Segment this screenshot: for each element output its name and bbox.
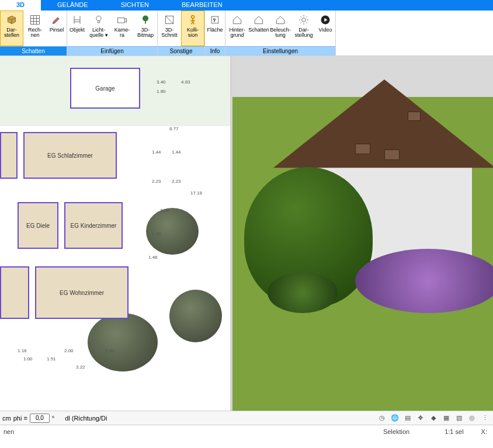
dimension-label: 8.77 — [169, 126, 179, 131]
roof-window-icon — [355, 144, 370, 154]
status-x: X: — [475, 428, 493, 435]
menu-icon[interactable]: ⋮ — [479, 412, 491, 424]
gear-icon — [297, 13, 310, 26]
dimension-label: 0.65 — [105, 348, 114, 353]
ribbon-schatten2-button[interactable]: Schatten — [249, 11, 269, 46]
ribbon: Dar-stellenRech-nenPinselSchattenObjektL… — [0, 11, 493, 56]
room-label[interactable] — [0, 132, 18, 179]
footer-filler — [0, 437, 493, 448]
hatch-icon[interactable]: ▧ — [453, 412, 465, 424]
plan-shrub-icon — [88, 313, 158, 371]
globe-icon[interactable]: 🌐 — [389, 412, 401, 424]
diamond-icon[interactable]: ◆ — [428, 412, 439, 424]
grid-icon — [29, 13, 41, 26]
main-tabstrip: 3D GELÄNDE SICHTEN BEARBEITEN — [0, 0, 493, 11]
workspace: GarageEG SchlafzimmerEG DieleEG Kinderzi… — [0, 56, 493, 411]
bush-icon — [355, 249, 493, 313]
ribbon-group-label: Einfügen — [67, 46, 157, 55]
svg-rect-2 — [118, 18, 125, 23]
person-icon — [186, 13, 199, 26]
target-icon[interactable]: ◎ — [466, 412, 478, 424]
dimension-label: 3.40 — [157, 79, 166, 85]
sky-strip — [232, 56, 493, 97]
room-label[interactable]: EG Wohnzimmer — [35, 266, 129, 319]
plan-shrub-icon — [169, 290, 222, 342]
dimension-label: 1.18 — [18, 348, 27, 353]
ribbon-rechnen-button[interactable]: Rech-nen — [23, 11, 47, 46]
ribbon-kamera-button[interactable]: Kame-ra — [110, 11, 134, 46]
phi-input[interactable] — [30, 414, 50, 423]
ribbon-objekt-button[interactable]: Objekt — [67, 11, 87, 46]
svg-point-3 — [143, 16, 148, 22]
ribbon-group-label: Info — [205, 46, 225, 55]
section-icon — [163, 13, 176, 26]
grid3-icon[interactable]: ▦ — [440, 412, 452, 424]
play-icon — [319, 13, 332, 26]
tab-bearbeiten[interactable]: BEARBEITEN — [165, 0, 239, 11]
status-bar: nen Selektion 1:1 sel X: — [0, 425, 493, 437]
degree-label: ° — [52, 415, 54, 422]
status-scale: 1:1 sel — [433, 428, 475, 435]
dimension-label: 3.22 — [76, 364, 85, 370]
room-label[interactable]: EG Diele — [18, 202, 58, 249]
ribbon-beleuchtung-button[interactable]: Beleuch-tung — [269, 11, 292, 46]
mode-label[interactable]: dl (Richtung/Di — [65, 415, 107, 422]
area-icon: ? — [209, 13, 221, 26]
dimension-label: 1.48 — [148, 255, 158, 260]
svg-rect-4 — [145, 21, 146, 24]
ribbon-lichtquelle-button[interactable]: Licht-quelle ▾ — [87, 11, 110, 46]
roof-window-icon — [384, 150, 400, 160]
dimension-label: 4.83 — [181, 79, 190, 85]
dimension-label: 2.23 — [172, 179, 181, 184]
3d-view-pane[interactable] — [232, 56, 493, 411]
dimension-label: 1.50 — [160, 208, 169, 213]
room-label[interactable] — [0, 266, 29, 319]
unit-label: cm — [2, 415, 11, 422]
tab-3d[interactable]: 3D — [0, 0, 41, 11]
dimension-label: 1.00 — [23, 356, 33, 362]
camera-icon — [116, 13, 129, 26]
ribbon-group-label: Einstellungen — [225, 46, 335, 55]
room-label[interactable]: Garage — [70, 68, 140, 109]
ribbon-flaeche-button[interactable]: ?Fläche — [205, 11, 225, 46]
house-icon — [231, 13, 244, 26]
ribbon-kollision-button[interactable]: Kolli-sion — [181, 11, 204, 46]
svg-point-1 — [96, 16, 101, 20]
dimension-label: 2.23 — [152, 179, 161, 184]
bulb-icon — [92, 13, 105, 26]
ribbon-hintergrund-button[interactable]: Hinter-grund — [225, 11, 249, 46]
house-icon — [274, 13, 287, 26]
ribbon-3dschnitt-button[interactable]: 3D-Schnitt — [158, 11, 181, 46]
dimension-label: 17.18 — [190, 190, 202, 196]
clock-icon[interactable]: ◷ — [376, 412, 388, 424]
dimension-label: 2.00 — [64, 348, 74, 353]
stack-icon[interactable]: ▤ — [402, 412, 414, 424]
roof-window-icon — [408, 112, 421, 121]
phi-label: phi = — [13, 415, 27, 422]
brush-icon — [50, 13, 63, 26]
ribbon-darstellung2-button[interactable]: Dar-stellung — [292, 11, 315, 46]
status-selektion: Selektion — [360, 428, 433, 435]
room-label[interactable]: EG Kinderzimmer — [64, 202, 123, 249]
dimension-label: 1.44 — [152, 150, 161, 155]
dimension-label: 1.00 — [152, 231, 161, 237]
chair-icon — [71, 13, 84, 26]
room-label[interactable]: EG Schlafzimmer — [23, 132, 117, 179]
layers-icon[interactable]: ❖ — [415, 412, 426, 424]
floorplan-pane[interactable]: GarageEG SchlafzimmerEG DieleEG Kinderzi… — [0, 56, 232, 411]
tab-gelaende[interactable]: GELÄNDE — [41, 0, 105, 11]
dimension-label: 1.51 — [47, 356, 56, 362]
svg-text:?: ? — [213, 18, 216, 23]
secondary-toolbar: cm phi = ° dl (Richtung/Di ◷🌐▤❖◆▦▧◎⋮ — [0, 411, 493, 425]
ribbon-group-label: Sonstige — [158, 46, 204, 55]
svg-point-9 — [302, 18, 306, 22]
house-icon — [252, 13, 265, 26]
ribbon-3dbitmap-button[interactable]: 3D-Bitmap — [134, 11, 157, 46]
dimension-label: 1.80 — [157, 89, 166, 94]
ribbon-video-button[interactable]: Video — [315, 11, 335, 46]
ribbon-pinsel-button[interactable]: Pinsel — [47, 11, 67, 46]
cube-icon — [5, 13, 18, 26]
ribbon-darstellen-button[interactable]: Dar-stellen — [0, 11, 23, 46]
status-left: nen — [0, 428, 18, 435]
tab-sichten[interactable]: SICHTEN — [105, 0, 165, 11]
